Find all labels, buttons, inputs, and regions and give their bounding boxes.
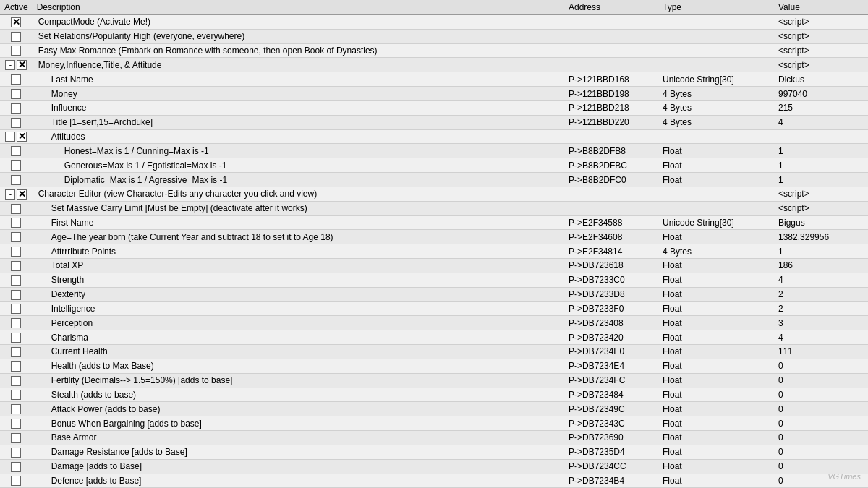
value-cell[interactable] [774,129,868,144]
value-cell[interactable]: 111 [774,345,868,359]
value-cell[interactable]: 4 [774,330,868,345]
value-cell[interactable]: 0 [774,416,868,431]
active-checkbox[interactable] [11,347,21,357]
active-cell[interactable] [0,100,33,115]
active-checkbox[interactable] [11,232,21,242]
active-cell[interactable] [0,459,33,474]
active-checkbox[interactable] [11,261,21,271]
active-checkbox[interactable] [11,462,21,472]
value-cell[interactable]: 215 [774,100,868,115]
active-checkbox[interactable] [11,118,21,128]
active-checkbox[interactable] [11,160,21,171]
active-checkbox[interactable] [11,433,21,443]
active-cell[interactable] [0,388,33,402]
active-cell[interactable] [0,373,33,388]
value-cell[interactable]: 1 [774,173,868,187]
value-cell[interactable]: 186 [774,259,868,273]
active-cell[interactable] [0,345,33,359]
active-cell[interactable] [0,431,33,445]
active-cell[interactable] [0,259,33,273]
value-cell[interactable]: <script> [774,58,868,72]
active-checkbox[interactable] [11,318,21,328]
active-cell[interactable] [0,359,33,373]
active-cell[interactable] [0,474,33,488]
value-cell[interactable]: 2 [774,287,868,301]
value-cell[interactable]: 997040 [774,87,868,101]
value-cell[interactable]: Biggus [774,215,868,230]
value-cell[interactable]: 2 [774,301,868,316]
active-checkbox[interactable] [17,132,27,142]
active-checkbox[interactable] [11,17,21,27]
active-checkbox[interactable] [11,103,21,114]
active-cell[interactable]: - [0,129,33,144]
value-cell[interactable]: <script> [774,43,868,58]
active-cell[interactable] [0,301,33,316]
value-cell[interactable]: 4 [774,273,868,287]
active-checkbox[interactable] [11,290,21,300]
active-cell[interactable] [0,316,33,330]
active-checkbox[interactable] [11,275,21,286]
active-cell[interactable] [0,29,33,43]
value-cell[interactable]: 0 [774,445,868,459]
active-cell[interactable] [0,72,33,87]
value-cell[interactable]: 0 [774,402,868,416]
active-checkbox[interactable] [11,376,21,386]
active-checkbox[interactable] [11,46,21,56]
value-cell[interactable]: <script> [774,29,868,43]
active-checkbox[interactable] [11,476,21,486]
value-cell[interactable]: 1 [774,144,868,158]
active-cell[interactable] [0,215,33,230]
active-cell[interactable] [0,15,33,30]
active-checkbox[interactable] [11,390,21,400]
active-checkbox[interactable] [11,247,21,257]
value-cell[interactable]: <script> [774,15,868,30]
value-cell[interactable]: 1382.329956 [774,230,868,244]
active-cell[interactable]: - [0,58,33,72]
active-cell[interactable]: - [0,187,33,201]
active-checkbox[interactable] [11,146,21,156]
active-checkbox[interactable] [11,74,21,85]
value-cell[interactable]: <script> [774,201,868,215]
active-checkbox[interactable] [17,60,27,70]
active-checkbox[interactable] [11,419,21,429]
active-cell[interactable] [0,115,33,129]
value-cell[interactable]: 0 [774,373,868,388]
active-checkbox[interactable] [11,404,21,414]
cheat-table[interactable]: Active Description Address Type Value Co… [0,0,868,488]
active-cell[interactable] [0,445,33,459]
active-cell[interactable] [0,244,33,259]
active-cell[interactable] [0,416,33,431]
value-cell[interactable]: <script> [774,187,868,201]
active-cell[interactable] [0,330,33,345]
active-checkbox[interactable] [11,304,21,314]
value-cell[interactable]: Dickus [774,72,868,87]
active-checkbox[interactable] [11,448,21,458]
value-cell[interactable]: 4 [774,115,868,129]
expand-icon[interactable]: - [5,60,15,70]
active-cell[interactable] [0,230,33,244]
active-checkbox[interactable] [11,361,21,372]
active-cell[interactable] [0,402,33,416]
active-checkbox[interactable] [17,189,27,200]
value-cell[interactable]: 1 [774,244,868,259]
value-cell[interactable]: 0 [774,359,868,373]
active-checkbox[interactable] [11,175,21,185]
active-checkbox[interactable] [11,333,21,343]
expand-icon[interactable]: - [5,132,15,142]
active-cell[interactable] [0,158,33,173]
active-cell[interactable] [0,144,33,158]
active-cell[interactable] [0,87,33,101]
active-checkbox[interactable] [11,32,21,42]
active-cell[interactable] [0,43,33,58]
active-cell[interactable] [0,173,33,187]
active-cell[interactable] [0,273,33,287]
active-cell[interactable] [0,287,33,301]
active-checkbox[interactable] [11,218,21,228]
active-checkbox[interactable] [11,89,21,99]
expand-icon[interactable]: - [5,189,15,200]
value-cell[interactable]: 1 [774,158,868,173]
active-cell[interactable] [0,201,33,215]
active-checkbox[interactable] [11,204,21,214]
value-cell[interactable]: 0 [774,431,868,445]
value-cell[interactable]: 0 [774,388,868,402]
